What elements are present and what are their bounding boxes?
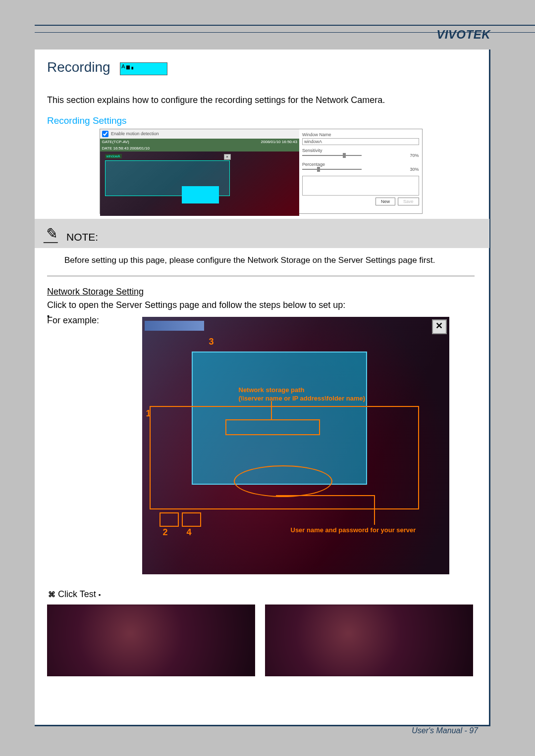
window-list[interactable] xyxy=(302,176,419,196)
window-name-label: Window Name xyxy=(302,132,419,137)
window-name-input[interactable]: windowA xyxy=(302,138,419,145)
save-button[interactable]: Save xyxy=(398,198,419,205)
heading-badge: A ▆▗ xyxy=(120,62,167,75)
intro-text: This section explains how to configure t… xyxy=(47,95,475,105)
page-footer: User's Manual - 97 xyxy=(412,726,478,735)
motion-detection-panel: Enable motion detection GATE(TCP-AV) 200… xyxy=(100,129,423,214)
window-close-icon[interactable]: × xyxy=(224,154,231,160)
callout-number-2: 2 xyxy=(163,527,168,538)
percentage-value: 30% xyxy=(410,167,419,172)
network-storage-text: Click to open the Server Settings page a… xyxy=(47,299,475,311)
heading-badge-label: A xyxy=(121,63,125,69)
result-screenshots xyxy=(47,605,475,676)
percentage-slider[interactable] xyxy=(302,169,362,170)
network-storage-heading: Network Storage Setting xyxy=(47,287,475,297)
result-image-left xyxy=(47,605,255,676)
callout-box-path-field xyxy=(225,419,320,435)
heading-title: Recording xyxy=(47,59,110,75)
callout-number-3: 3 xyxy=(209,337,214,347)
percentage-label: Percentage xyxy=(302,162,419,167)
note-label: NOTE: xyxy=(66,231,98,243)
enable-motion-label: Enable motion detection xyxy=(111,131,159,136)
osd-right: 2008/01/10 16:50:43 xyxy=(261,140,297,144)
divider xyxy=(47,275,475,277)
callout-number-4: 4 xyxy=(187,527,192,538)
note-icon: ✎ xyxy=(44,226,60,243)
callout-oval xyxy=(234,465,332,497)
note-block: ✎ NOTE: xyxy=(35,219,489,248)
subheading: Recording Settings xyxy=(47,115,475,126)
network-storage-diagram: ✕ 1 2 3 4 Network storage path (\\server… xyxy=(142,317,449,574)
dialog-titlebar xyxy=(145,321,204,331)
sensitivity-slider[interactable] xyxy=(302,155,362,156)
new-button[interactable]: New xyxy=(375,198,395,205)
section-heading: Recording A ▆▗ xyxy=(47,59,475,83)
video-preview: windowA × xyxy=(100,151,299,216)
callout-line-b1 xyxy=(276,495,375,496)
osd-date: DATE 16:58:43 2008/01/10 xyxy=(102,146,150,151)
page-content: Recording A ▆▗ This section explains how… xyxy=(35,50,490,726)
window-tag[interactable]: windowA xyxy=(105,154,122,158)
mini-selection xyxy=(182,186,219,203)
osd-left: GATE(TCP-AV) xyxy=(102,140,129,144)
brand-logo: VIVOTEK xyxy=(436,28,490,42)
callout-line-b2 xyxy=(374,495,375,525)
callout-label-user: User name and password for your server xyxy=(291,526,429,534)
callout-label-path: Network storage path (\\server name or I… xyxy=(239,386,387,403)
callout-number-1: 1 xyxy=(146,408,151,419)
test-instruction: ⌘ Click Test ▪ xyxy=(48,589,474,600)
callout-box-2 xyxy=(160,512,179,527)
note-text: Before setting up this page, please conf… xyxy=(64,255,475,265)
enable-motion-checkbox[interactable] xyxy=(102,131,108,137)
callout-box-4 xyxy=(182,512,201,527)
sensitivity-value: 70% xyxy=(410,153,419,158)
sensitivity-label: Sensitivity xyxy=(302,148,419,153)
result-image-right xyxy=(265,605,473,676)
callout-line-a xyxy=(271,401,272,420)
example-label: For example: xyxy=(47,314,116,327)
close-icon[interactable]: ✕ xyxy=(432,319,447,334)
